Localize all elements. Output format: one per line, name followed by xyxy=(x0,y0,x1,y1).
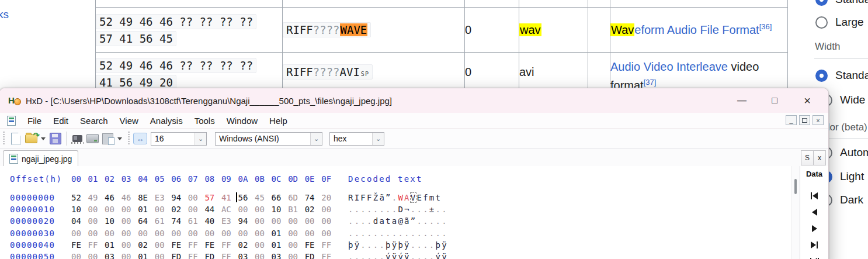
toolbar-gripper[interactable] xyxy=(3,132,5,146)
radio-label[interactable]: Dark xyxy=(840,194,863,206)
hex-byte[interactable]: 00 xyxy=(221,229,231,238)
radio-text-standard[interactable] xyxy=(815,0,828,6)
hex-byte[interactable]: 00 xyxy=(155,252,165,259)
open-disk-image-button[interactable] xyxy=(100,131,115,146)
decoded-char[interactable]: . xyxy=(355,216,359,226)
decoded-char[interactable]: . xyxy=(360,205,365,214)
hex-byte[interactable]: 00 xyxy=(321,216,331,226)
decoded-char[interactable]: . xyxy=(367,229,371,238)
decoded-char[interactable]: . xyxy=(355,252,359,259)
hex-byte[interactable]: 00 xyxy=(121,205,131,214)
decoded-char[interactable]: a xyxy=(379,216,384,226)
hex-byte[interactable]: 94 xyxy=(238,216,248,226)
decoded-char[interactable]: ã xyxy=(404,216,409,226)
decoded-char[interactable]: t xyxy=(436,193,440,202)
hex-byte[interactable]: 00 xyxy=(288,252,298,259)
hex-byte[interactable]: 03 xyxy=(272,252,282,259)
decoded-char[interactable]: . xyxy=(436,229,440,238)
hex-byte[interactable]: 02 xyxy=(238,240,248,250)
hex-byte[interactable]: FF xyxy=(321,240,331,250)
hex-byte[interactable]: 61 xyxy=(188,216,198,226)
decoded-char[interactable]: . xyxy=(373,229,378,238)
menu-tools[interactable]: Tools xyxy=(189,116,221,126)
decoded-char[interactable]: þ xyxy=(348,240,353,250)
document-icon[interactable] xyxy=(7,116,16,126)
decoded-char[interactable]: . xyxy=(367,240,371,250)
hex-byte[interactable]: 94 xyxy=(171,193,181,202)
radio-label[interactable]: Automatic xyxy=(840,146,868,159)
decoded-char[interactable]: . xyxy=(416,240,421,250)
scrollbar-thumb[interactable] xyxy=(794,179,797,194)
decoded-char[interactable]: ” xyxy=(386,193,390,202)
decoded-char[interactable]: . xyxy=(373,240,378,250)
decoded-char[interactable]: . xyxy=(416,252,421,259)
hex-byte[interactable]: 00 xyxy=(88,229,98,238)
mdi-restore-button[interactable] xyxy=(799,115,810,125)
hex-byte[interactable]: 01 xyxy=(138,205,148,214)
hex-byte[interactable]: FF xyxy=(188,240,198,250)
hex-byte[interactable]: 01 xyxy=(272,240,282,250)
decoded-char[interactable]: þ xyxy=(386,240,390,250)
new-file-button[interactable] xyxy=(8,131,23,146)
decoded-char[interactable]: . xyxy=(429,240,434,250)
hex-byte[interactable]: 46 xyxy=(105,193,114,202)
tab-ngaji-jpeg[interactable]: ngaji_jpeg.jpg xyxy=(3,150,78,167)
hex-pane[interactable]: Offset(h)000102030405060708090A0B0C0D0E0… xyxy=(0,166,828,259)
hex-byte[interactable]: 00 xyxy=(255,216,265,226)
open-file-button[interactable]: ↷ xyxy=(23,131,39,146)
first-button[interactable] xyxy=(807,189,822,202)
decoded-char[interactable]: . xyxy=(379,205,384,214)
decoded-char[interactable]: . xyxy=(348,205,353,214)
offset-base-select[interactable]: hex ⌄ xyxy=(329,132,384,146)
decoded-char[interactable]: m xyxy=(429,193,434,202)
decoded-char[interactable]: . xyxy=(373,205,378,214)
goto-button[interactable] xyxy=(807,255,822,259)
hex-byte[interactable]: 8E xyxy=(138,193,148,202)
hex-byte[interactable]: 00 xyxy=(188,193,198,202)
hex-byte[interactable]: 00 xyxy=(255,240,265,250)
hex-byte[interactable]: FF xyxy=(188,252,198,259)
hex-byte[interactable]: 00 xyxy=(105,229,114,238)
decoded-char[interactable]: . xyxy=(367,205,371,214)
hex-byte[interactable]: 00 xyxy=(238,229,248,238)
hex-byte[interactable]: 00 xyxy=(71,252,81,259)
hex-byte[interactable]: FE xyxy=(305,240,315,250)
decoded-char[interactable]: . xyxy=(411,229,415,238)
hex-byte[interactable]: 00 xyxy=(121,252,131,259)
menu-file[interactable]: File xyxy=(22,116,47,126)
hex-byte[interactable]: FE xyxy=(71,240,81,250)
hex-byte[interactable]: 00 xyxy=(204,229,214,238)
hex-byte[interactable]: AC xyxy=(221,205,231,214)
decoded-char[interactable]: ÿ xyxy=(392,252,397,259)
reference-link[interactable]: [37] xyxy=(644,78,657,87)
decoded-char[interactable]: ¬ xyxy=(404,205,409,214)
decoded-char[interactable]: t xyxy=(386,216,390,226)
hex-byte[interactable]: 45 xyxy=(255,193,265,202)
maximize-button[interactable]: □ xyxy=(758,88,791,113)
decoded-char[interactable]: . xyxy=(423,252,428,259)
hex-byte[interactable]: 49 xyxy=(88,193,98,202)
hex-byte[interactable]: 00 xyxy=(238,205,248,214)
hex-byte[interactable]: 00 xyxy=(88,205,98,214)
decoded-char[interactable]: . xyxy=(429,216,434,226)
hex-byte[interactable]: 00 xyxy=(88,216,98,226)
hex-byte[interactable]: 00 xyxy=(138,229,148,238)
bytes-per-row-select[interactable]: 16 ⌄ xyxy=(151,132,207,146)
hex-byte[interactable]: 02 xyxy=(171,205,181,214)
disk-image-dropdown-caret[interactable] xyxy=(117,137,122,140)
decoded-char[interactable]: E xyxy=(416,193,421,202)
hex-byte[interactable]: FD xyxy=(305,252,315,259)
radio-label[interactable]: Wide xyxy=(840,94,865,106)
hex-byte[interactable]: E3 xyxy=(221,216,231,226)
decoded-char[interactable]: . xyxy=(416,229,421,238)
mdi-close-button[interactable]: × xyxy=(813,115,824,125)
decoded-char[interactable]: ÿ xyxy=(355,240,359,250)
decoded-char[interactable]: Ž xyxy=(373,193,378,202)
radio-width-standard[interactable] xyxy=(815,70,828,82)
last-button[interactable] xyxy=(807,239,822,251)
decoded-char[interactable]: . xyxy=(367,216,371,226)
hex-byte[interactable]: 44 xyxy=(204,205,214,214)
open-dropdown-caret[interactable] xyxy=(41,137,46,140)
radio-label[interactable]: Large xyxy=(835,16,864,29)
hex-byte[interactable]: 00 xyxy=(155,229,165,238)
